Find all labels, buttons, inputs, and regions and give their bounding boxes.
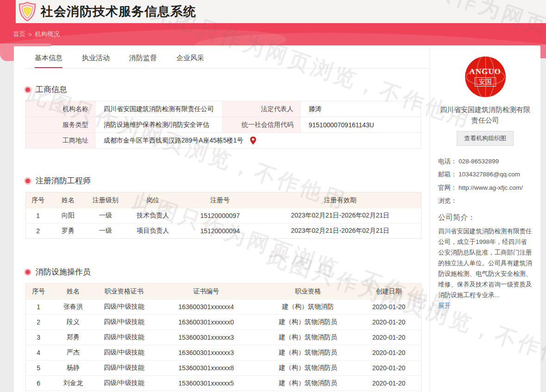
table-row: 机构名称 四川省安国建筑消防检测有限责任公司 法定代表人 滕涛 bbox=[26, 101, 421, 117]
table-header-row: 序号姓名注册级别岗位注册号注册有效期 bbox=[26, 193, 422, 208]
tab-item[interactable]: 执业活动 bbox=[82, 54, 110, 68]
table-cell: 技术负责人 bbox=[125, 208, 181, 224]
column-header: 序号 bbox=[26, 284, 51, 299]
top-header: 社会消防技术服务信息系统 bbox=[0, 0, 546, 23]
map-pin-icon[interactable] bbox=[250, 137, 256, 145]
table-cell: 2023年02月21日-2026年02月21日 bbox=[260, 224, 422, 239]
breadcrumb-band: 首页 > 机构概况 bbox=[0, 23, 546, 45]
company-logo-text-en: ANGUO bbox=[469, 67, 501, 76]
sidebar-company-name: 四川省安国建筑消防检测有限责任公司 bbox=[438, 105, 532, 125]
content-card: 基本信息 执业活动 消防监督 企业风采 工商信息 机构名称 四川省安国建筑消防检… bbox=[14, 46, 540, 392]
column-header: 创建日期 bbox=[357, 284, 422, 299]
company-logo-text-zh: 安国 bbox=[475, 77, 496, 87]
table-cell: 四级/中级技能 bbox=[95, 299, 153, 315]
band-pink-tab-decoration bbox=[540, 44, 546, 58]
table-cell: 建（构）筑物消防员 bbox=[260, 330, 357, 345]
column-header: 注册级别 bbox=[86, 193, 125, 208]
breadcrumb-home-link[interactable]: 首页 bbox=[13, 30, 25, 38]
table-cell: 2020-01-20 bbox=[357, 315, 422, 330]
column-header: 职业资格证书 bbox=[95, 284, 153, 299]
expand-link[interactable]: 展开 bbox=[438, 302, 451, 310]
field-label: 服务类型 bbox=[26, 117, 95, 133]
column-header: 岗位 bbox=[125, 193, 181, 208]
table-cell: 郑勇 bbox=[51, 330, 95, 345]
table-cell: 一级 bbox=[86, 224, 125, 239]
contact-phone: 电话： 028-86532899 bbox=[438, 155, 532, 168]
breadcrumb: 首页 > 机构概况 bbox=[13, 23, 60, 45]
section-title-business: 工商信息 bbox=[25, 84, 429, 95]
table-cell: 153600301xxxxxx8 bbox=[153, 361, 260, 376]
main-column: 基本信息 执业活动 消防监督 企业风采 工商信息 机构名称 四川省安国建筑消防检… bbox=[14, 46, 429, 392]
field-value-address-cell: 成都市金牛区羊西线蜀汉路289号A座45栋5楼1号 bbox=[95, 133, 421, 149]
table-cell: 163600301xxxxxx0 bbox=[153, 315, 260, 330]
field-label: 工商地址 bbox=[26, 133, 95, 149]
column-header: 证书编号 bbox=[153, 284, 260, 299]
table-cell: 建（构）筑物消防员 bbox=[260, 361, 357, 376]
table-row: 3郑勇四级/中级技能153600301xxxxxx3建（构）筑物消防员2020-… bbox=[26, 330, 422, 345]
field-value-service-type: 消防设施维护保养检测/消防安全评估 bbox=[95, 117, 223, 133]
table-cell: 杨静 bbox=[51, 361, 95, 376]
field-label: 统一社会信用代码 bbox=[223, 117, 300, 133]
table-cell: 项目负责人 bbox=[125, 224, 181, 239]
table-row: 1向阳一级技术负责人151200000972023年02月21日-2026年02… bbox=[26, 208, 422, 224]
table-cell: 建（构）筑物消防员 bbox=[260, 345, 357, 361]
sidebar: ANGUO 安国 四川省安国建筑消防检测有限责任公司 查看机构组织图 电话： 0… bbox=[429, 46, 540, 392]
page: 社会消防技术服务信息系统 首页 > 机构概况 基本信息 执业活动 消防监督 bbox=[0, 0, 546, 392]
table-cell: 向阳 bbox=[50, 208, 86, 224]
field-value-address: 成都市金牛区羊西线蜀汉路289号A座45栋5楼1号 bbox=[104, 137, 243, 145]
site-title: 社会消防技术服务信息系统 bbox=[41, 3, 196, 20]
table-cell: 建（构）筑物消防 bbox=[260, 299, 357, 315]
table-cell: 四级/中级技能 bbox=[95, 345, 153, 361]
tab-item[interactable]: 企业风采 bbox=[176, 54, 204, 68]
table-cell: 1 bbox=[26, 208, 50, 224]
table-cell: 段义 bbox=[51, 315, 95, 330]
business-info-table: 机构名称 四川省安国建筑消防检测有限责任公司 法定代表人 滕涛 服务类型 消防设… bbox=[25, 101, 421, 149]
table-cell: 一级 bbox=[86, 208, 125, 224]
field-label: 法定代表人 bbox=[223, 101, 300, 117]
table-cell: 15120000094 bbox=[181, 224, 260, 239]
table-cell: 2020-01-20 bbox=[357, 376, 422, 391]
table-cell: 153600301xxxxxx3 bbox=[153, 330, 260, 345]
field-value-legal-rep: 滕涛 bbox=[300, 101, 421, 117]
table-cell: 2 bbox=[26, 315, 51, 330]
table-cell: 5 bbox=[26, 361, 51, 376]
table-cell: 建（构）筑物消防员 bbox=[260, 376, 357, 391]
section-title-text: 工商信息 bbox=[36, 84, 67, 95]
table-cell: 4 bbox=[26, 345, 51, 361]
table-cell: 2020-01-20 bbox=[357, 330, 422, 345]
contact-website: 官网： http://www.ag-xfjc.com/ bbox=[438, 181, 532, 194]
column-header: 注册号 bbox=[181, 193, 260, 208]
table-row: 服务类型 消防设施维护保养检测/消防安全评估 统一社会信用代码 91510000… bbox=[26, 117, 421, 133]
table-cell: 1 bbox=[26, 299, 51, 315]
table-cell: 6 bbox=[26, 376, 51, 391]
field-value-org-name: 四川省安国建筑消防检测有限责任公司 bbox=[95, 101, 223, 117]
contact-list: 电话： 028-86532899 邮箱： 1034327886@qq.com 官… bbox=[438, 155, 532, 207]
field-value-credit-code: 91510000709161143U bbox=[300, 117, 421, 133]
company-logo: ANGUO 安国 bbox=[465, 56, 506, 97]
tab-item[interactable]: 消防监督 bbox=[129, 54, 157, 68]
shield-logo-icon bbox=[19, 2, 36, 21]
table-cell: 153600301xxxxxx5 bbox=[153, 376, 260, 391]
contact-views: 浏览： bbox=[438, 194, 532, 207]
table-cell: 张春洪 bbox=[51, 299, 95, 315]
tab-item[interactable]: 基本信息 bbox=[35, 54, 62, 68]
website-link[interactable]: http://www.ag-xfjc.com/ bbox=[459, 181, 523, 194]
breadcrumb-separator: > bbox=[28, 31, 32, 38]
corner-red-decoration bbox=[0, 0, 16, 23]
profile-text: 四川省安国建筑消防检测有限责任公司，成立于1998年，经四川省公安消防总队批准，… bbox=[438, 226, 532, 301]
table-cell: 2020-01-20 bbox=[357, 345, 422, 361]
table-row: 4严杰四级/中级技能163600301xxxxxx3建（构）筑物消防员2020-… bbox=[26, 345, 422, 361]
table-cell: 163600301xxxxxx3 bbox=[153, 345, 260, 361]
table-header-row: 序号姓名职业资格证书证书编号职业资格创建日期 bbox=[26, 284, 422, 299]
breadcrumb-current: 机构概况 bbox=[35, 30, 60, 38]
column-header: 序号 bbox=[26, 193, 50, 208]
table-cell: 四级/中级技能 bbox=[95, 361, 153, 376]
engineers-table: 序号姓名注册级别岗位注册号注册有效期 1向阳一级技术负责人15120000097… bbox=[25, 192, 422, 239]
operators-table: 序号姓名职业资格证书证书编号职业资格创建日期 1张春洪四级/中级技能163600… bbox=[25, 283, 422, 392]
table-row: 6刘金龙四级/中级技能153600301xxxxxx5建（构）筑物消防员2020… bbox=[26, 376, 422, 391]
org-chart-button[interactable]: 查看机构组织图 bbox=[457, 131, 514, 146]
column-header: 职业资格 bbox=[260, 284, 357, 299]
table-cell: 刘金龙 bbox=[51, 376, 95, 391]
table-row: 5杨静四级/中级技能153600301xxxxxx8建（构）筑物消防员2020-… bbox=[26, 361, 422, 376]
field-label: 机构名称 bbox=[26, 101, 95, 117]
